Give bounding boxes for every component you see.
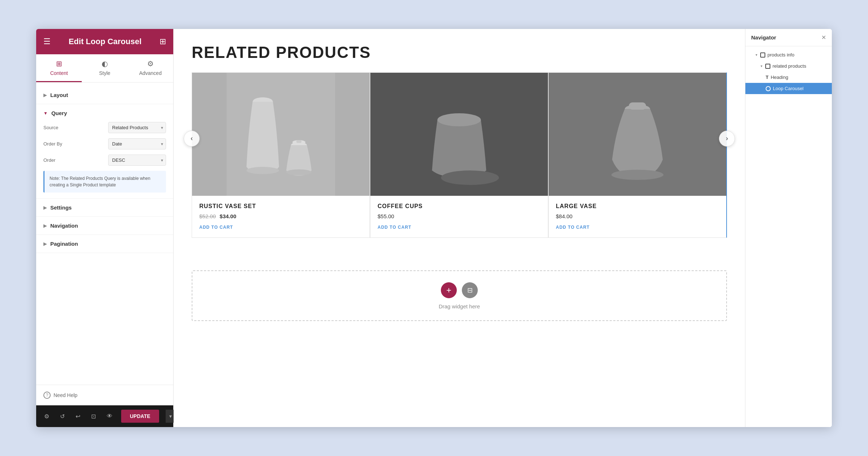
panel-tabs: ⊞ Content ◐ Style ⚙ Advanced (36, 54, 173, 83)
navigator-body: ▾ products info ▾ related products T Hea… (745, 46, 832, 427)
add-to-cart-1[interactable]: ADD TO CART (199, 225, 362, 230)
svg-point-4 (286, 169, 312, 175)
order-select[interactable]: DESC (108, 155, 166, 166)
nav-arrow-related-products: ▾ (761, 64, 762, 68)
pagination-section[interactable]: ▶ Pagination (36, 235, 173, 253)
price-regular-2: $55.00 (378, 213, 394, 219)
undo-toolbar-icon[interactable]: ↩ (73, 411, 82, 422)
content-tab-label: Content (50, 70, 68, 76)
layout-section[interactable]: ▶ Layout (36, 86, 173, 104)
main-canvas: RELATED PRODUCTS ‹ (174, 29, 745, 427)
nav-item-loop-carousel[interactable]: Loop Carousel (745, 83, 832, 94)
settings-label: Settings (50, 204, 72, 211)
query-section: ▼ Query Source Related Products Order By (36, 104, 173, 199)
settings-arrow: ▶ (43, 205, 47, 210)
tab-advanced[interactable]: ⚙ Advanced (128, 54, 173, 82)
style-tab-icon: ◐ (102, 59, 108, 68)
panel-body: ▶ Layout ▼ Query Source Related Products (36, 83, 173, 385)
price-sale-1: $34.00 (220, 213, 236, 219)
bottom-toolbar: ⚙ ↺ ↩ ⊡ 👁 UPDATE ▾ (36, 405, 173, 427)
update-button[interactable]: UPDATE (121, 410, 159, 423)
widget-button[interactable]: ⊟ (462, 282, 478, 298)
style-tab-label: Style (99, 70, 110, 76)
product-price-3: $84.00 (556, 213, 719, 220)
help-icon: ? (43, 392, 51, 399)
navigation-section[interactable]: ▶ Navigation (36, 217, 173, 235)
hamburger-icon[interactable]: ☰ (43, 37, 51, 46)
product-image-1 (192, 73, 370, 196)
layout-label: Layout (50, 92, 68, 98)
nav-label-heading: Heading (771, 75, 788, 80)
nav-icon-products-info (760, 52, 765, 58)
product-name-2: COFFEE CUPS (378, 203, 541, 210)
navigator-title: Navigator (751, 34, 776, 41)
svg-point-9 (441, 170, 499, 185)
query-note: Note: The Related Products Query is avai… (43, 171, 166, 193)
carousel-prev-button[interactable]: ‹ (184, 131, 200, 147)
settings-toolbar-icon[interactable]: ⚙ (42, 411, 51, 422)
source-row: Source Related Products (43, 122, 166, 133)
panel-header: ☰ Edit Loop Carousel ⊞ (36, 29, 173, 54)
grid-icon[interactable]: ⊞ (159, 37, 166, 46)
help-footer[interactable]: ? Need Help (36, 385, 173, 405)
product-price-2: $55.00 (378, 213, 541, 220)
nav-item-related-products[interactable]: ▾ related products (745, 60, 832, 72)
nav-arrow-products-info: ▾ (756, 53, 757, 57)
svg-rect-6 (297, 140, 302, 143)
order-select-wrapper: DESC (108, 155, 166, 166)
content-tab-icon: ⊞ (56, 59, 62, 68)
query-label: Query (51, 110, 67, 116)
drop-zone: + ⊟ Drag widget here (192, 270, 727, 321)
source-select-wrapper: Related Products (108, 122, 166, 133)
carousel-next-button[interactable]: › (719, 131, 735, 147)
eye-toolbar-icon[interactable]: 👁 (105, 411, 115, 422)
nav-icon-heading: T (766, 75, 769, 80)
product-item-2: COFFEE CUPS $55.00 ADD TO CART (370, 72, 548, 238)
history-toolbar-icon[interactable]: ↺ (58, 411, 67, 422)
nav-item-heading[interactable]: T Heading (745, 72, 832, 83)
preview-toolbar-icon[interactable]: ⊡ (89, 411, 98, 422)
right-panel: Navigator ✕ ▾ products info ▾ related pr… (745, 29, 832, 427)
svg-point-8 (438, 113, 481, 126)
nav-label-related-products: related products (773, 63, 806, 69)
svg-point-12 (612, 170, 664, 180)
svg-point-2 (247, 167, 279, 174)
source-select[interactable]: Related Products (108, 122, 166, 133)
nav-icon-related-products (765, 64, 770, 69)
product-price-1: $52.00 $34.00 (199, 213, 362, 220)
orderby-select[interactable]: Date (108, 138, 166, 149)
query-header[interactable]: ▼ Query (36, 104, 173, 122)
panel-title: Edit Loop Carousel (69, 37, 142, 46)
advanced-tab-label: Advanced (139, 70, 162, 76)
nav-label-loop-carousel: Loop Carousel (773, 86, 804, 91)
nav-icon-loop-carousel (766, 86, 771, 91)
product-info-1: RUSTIC VASE SET $52.00 $34.00 ADD TO CAR… (192, 196, 370, 237)
product-item-3: LARGE VASE $84.00 ADD TO CART (548, 72, 727, 238)
product-info-2: COFFEE CUPS $55.00 ADD TO CART (370, 196, 548, 237)
product-name-3: LARGE VASE (556, 203, 719, 210)
product-image-2 (370, 73, 548, 196)
canvas-inner: RELATED PRODUCTS ‹ (174, 29, 745, 427)
left-panel: ☰ Edit Loop Carousel ⊞ ⊞ Content ◐ Style… (36, 29, 174, 427)
order-label: Order (43, 157, 55, 163)
orderby-label: Order By (43, 141, 62, 147)
navigator-header: Navigator ✕ (745, 29, 832, 46)
add-widget-button[interactable]: + (441, 282, 457, 298)
tab-style[interactable]: ◐ Style (82, 54, 127, 82)
add-to-cart-2[interactable]: ADD TO CART (378, 225, 541, 230)
pagination-arrow: ▶ (43, 241, 47, 246)
product-name-1: RUSTIC VASE SET (199, 203, 362, 210)
query-body: Source Related Products Order By Date (36, 122, 173, 198)
nav-label-products-info: products info (767, 52, 794, 58)
advanced-tab-icon: ⚙ (147, 59, 154, 68)
add-to-cart-3[interactable]: ADD TO CART (556, 225, 719, 230)
settings-section[interactable]: ▶ Settings (36, 199, 173, 217)
nav-item-products-info[interactable]: ▾ products info (745, 49, 832, 60)
product-image-3 (549, 73, 726, 196)
navigator-close-button[interactable]: ✕ (821, 34, 826, 41)
price-original-1: $52.00 (199, 213, 216, 219)
order-row: Order DESC (43, 155, 166, 166)
tab-content[interactable]: ⊞ Content (36, 54, 82, 82)
carousel-items: RUSTIC VASE SET $52.00 $34.00 ADD TO CAR… (192, 72, 727, 238)
pagination-label: Pagination (50, 241, 78, 247)
